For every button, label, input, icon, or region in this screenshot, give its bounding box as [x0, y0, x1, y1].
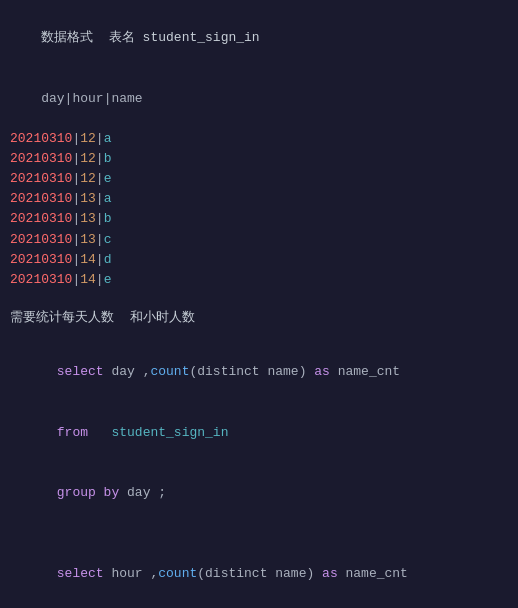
content-area: 数据格式 表名 student_sign_in day|hour|name 20…	[10, 8, 508, 608]
table-row: 20210310|14|d	[10, 250, 508, 270]
sql2-line2: from student_sign_in	[10, 604, 508, 608]
table-row: 20210310|13|c	[10, 230, 508, 250]
sql-block-1: select day ,count(distinct name) as name…	[10, 342, 508, 523]
requirement-heading: 需要统计每天人数 和小时人数	[10, 308, 508, 328]
sql1-line3: group by day ;	[10, 463, 508, 523]
table-row: 20210310|12|e	[10, 169, 508, 189]
sql1-line1: select day ,count(distinct name) as name…	[10, 342, 508, 402]
table-row: 20210310|13|b	[10, 209, 508, 229]
table-row: 20210310|12|a	[10, 129, 508, 149]
header-line1: 数据格式 表名 student_sign_in	[10, 8, 508, 68]
table-row: 20210310|14|e	[10, 270, 508, 290]
table-row: 20210310|12|b	[10, 149, 508, 169]
sql1-line2: from student_sign_in	[10, 403, 508, 463]
table-row: 20210310|13|a	[10, 189, 508, 209]
sql2-line1: select hour ,count(distinct name) as nam…	[10, 543, 508, 603]
header-line2: day|hour|name	[10, 68, 508, 128]
data-rows: 20210310|12|a 20210310|12|b 20210310|12|…	[10, 129, 508, 290]
sql-block-2: select hour ,count(distinct name) as nam…	[10, 543, 508, 608]
